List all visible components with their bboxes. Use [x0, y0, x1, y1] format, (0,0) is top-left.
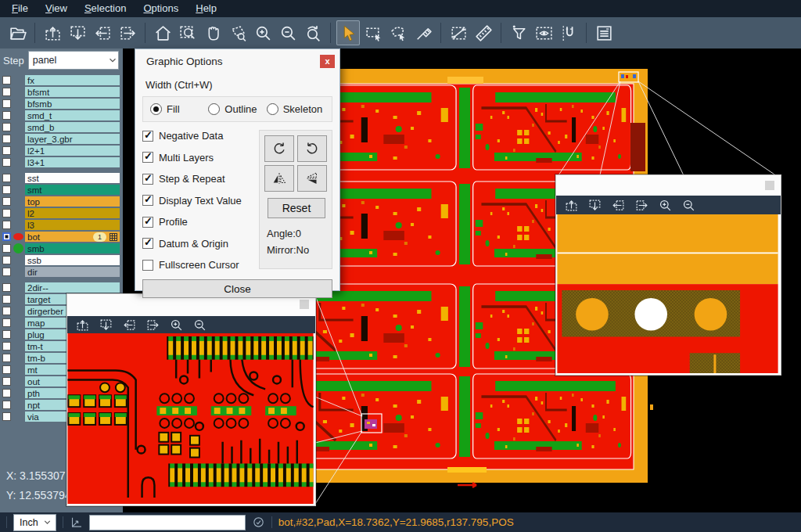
layer-visibility-checkbox[interactable] [2, 99, 11, 108]
layer-visibility-checkbox[interactable] [2, 342, 11, 350]
measure-distance-button[interactable] [447, 20, 470, 45]
layer-row[interactable]: bfsmb [0, 99, 123, 109]
layer-visibility-checkbox[interactable] [2, 401, 11, 409]
layer-visibility-checkbox[interactable] [2, 354, 11, 362]
layer-row[interactable]: 2dir-- [0, 282, 123, 293]
layer-name-cell[interactable]: 2dir-- [25, 282, 120, 293]
width-mode-radio[interactable]: Fill [150, 103, 208, 115]
checkbox-box[interactable] [142, 174, 153, 185]
layer-visibility-checkbox[interactable] [2, 365, 11, 374]
layer-name-cell[interactable]: bfsmt [25, 87, 120, 97]
layer-visibility-checkbox[interactable] [2, 123, 11, 131]
display-option-checkbox[interactable]: Step & Repeat [142, 173, 259, 185]
layer-name-cell[interactable]: sst [25, 173, 120, 183]
layer-row[interactable]: l2+1 [0, 146, 123, 156]
layer-visibility-checkbox[interactable] [2, 389, 11, 397]
menu-item[interactable]: Options [135, 0, 187, 17]
layer-row[interactable]: bot 1 [0, 232, 123, 242]
width-mode-radio[interactable]: Skeleton [267, 103, 325, 115]
window-button[interactable] [300, 300, 309, 309]
menu-item[interactable]: File [3, 0, 37, 17]
ruler-button[interactable] [472, 20, 495, 45]
layer-name-cell[interactable]: smb [25, 243, 120, 253]
output-right-icon[interactable] [634, 198, 649, 213]
rotate-ccw-button[interactable] [297, 135, 327, 162]
zoom-in-icon[interactable] [658, 198, 673, 213]
menu-item[interactable]: Selection [76, 0, 135, 17]
layer-name-cell[interactable]: bot 1 [25, 232, 120, 242]
layer-name-cell[interactable]: smt [25, 185, 120, 195]
layer-visibility-checkbox[interactable] [2, 307, 11, 315]
output-right-button[interactable] [116, 20, 139, 45]
layer-name-cell[interactable]: bfsmb [25, 99, 120, 109]
layer-visibility-checkbox[interactable] [2, 283, 11, 292]
output-left-button[interactable] [91, 20, 114, 45]
layers-panel-button[interactable] [592, 20, 616, 45]
zoom-window-button[interactable] [176, 20, 199, 45]
layer-visibility-checkbox[interactable] [2, 318, 11, 327]
magnifier-window-bottom-left[interactable] [66, 293, 316, 506]
home-view-button[interactable] [151, 20, 174, 45]
display-option-checkbox[interactable]: Fullscreen Cursor [142, 259, 259, 271]
display-option-checkbox[interactable]: Datum & Origin [142, 238, 259, 250]
layer-name-cell[interactable]: l2+1 [25, 146, 120, 156]
layer-row[interactable]: layer_3.gbr [0, 134, 123, 144]
open-file-button[interactable] [5, 20, 29, 45]
layer-row[interactable]: smd_b [0, 122, 123, 132]
polygon-select-button[interactable] [386, 20, 410, 45]
output-up-icon[interactable] [75, 318, 90, 332]
zoom-out-button[interactable] [276, 20, 300, 45]
layer-name-cell[interactable]: dir [25, 267, 120, 277]
layer-visibility-checkbox[interactable] [2, 111, 11, 120]
layer-name-cell[interactable]: layer_3.gbr [25, 134, 120, 144]
display-option-checkbox[interactable]: Negative Data [142, 130, 259, 142]
output-up-button[interactable] [41, 20, 64, 45]
layer-visibility-checkbox[interactable] [2, 135, 11, 143]
radio-circle[interactable] [150, 103, 162, 115]
object-visibility-button[interactable] [532, 20, 555, 45]
select-cursor-button[interactable] [336, 20, 360, 45]
layer-visibility-checkbox[interactable] [2, 76, 11, 84]
zoom-previous-button[interactable] [301, 20, 325, 45]
layer-visibility-checkbox[interactable] [2, 330, 11, 339]
layer-row[interactable]: dir [0, 267, 123, 277]
layer-name-cell[interactable]: smd_b [25, 122, 120, 132]
layer-visibility-checkbox[interactable] [2, 174, 11, 182]
display-option-checkbox[interactable]: Multi Layers [142, 152, 259, 164]
clean-brush-button[interactable] [411, 20, 435, 45]
layer-visibility-checkbox[interactable] [2, 185, 11, 194]
graphic-options-dialog[interactable]: Graphic Options x Width (Ctrl+W) Fill Ou… [135, 49, 340, 291]
magnifier-pcb-view[interactable] [67, 333, 314, 504]
checkbox-box[interactable] [142, 260, 153, 271]
checkbox-box[interactable] [142, 195, 153, 206]
command-input[interactable] [89, 515, 246, 530]
layer-visibility-checkbox[interactable] [2, 268, 11, 276]
layer-name-cell[interactable]: fx [25, 75, 120, 85]
unit-select[interactable]: Inch [13, 514, 56, 531]
layer-name-cell[interactable]: smd_t [25, 110, 120, 120]
layer-row[interactable]: smd_t [0, 110, 123, 120]
layer-visibility-checkbox[interactable] [2, 209, 11, 217]
checkbox-box[interactable] [142, 238, 153, 249]
display-option-checkbox[interactable]: Display Text Value [142, 195, 259, 207]
layer-visibility-checkbox[interactable] [2, 412, 11, 421]
rect-select-button[interactable] [361, 20, 385, 45]
layer-visibility-checkbox[interactable] [2, 197, 11, 206]
layer-grid-icon[interactable] [110, 233, 117, 241]
zoom-in-button[interactable] [251, 20, 275, 45]
layer-row[interactable]: smt [0, 185, 123, 195]
angle-measure-icon[interactable] [70, 516, 83, 529]
layer-row[interactable]: l2 [0, 208, 123, 218]
menu-item[interactable]: View [37, 0, 76, 17]
layer-row[interactable]: ssb [0, 255, 123, 265]
dialog-close-button[interactable]: x [320, 55, 335, 68]
layer-visibility-checkbox[interactable] [2, 158, 11, 167]
layer-row[interactable]: smb [0, 243, 123, 253]
layer-visibility-checkbox[interactable] [2, 295, 11, 304]
layer-row[interactable]: top [0, 196, 123, 207]
layer-row[interactable]: l3+1 [0, 157, 123, 167]
output-up-icon[interactable] [564, 198, 579, 213]
layer-visibility-checkbox[interactable] [2, 146, 11, 155]
flip-horizontal-button[interactable] [264, 165, 294, 192]
checkbox-box[interactable] [142, 217, 153, 228]
